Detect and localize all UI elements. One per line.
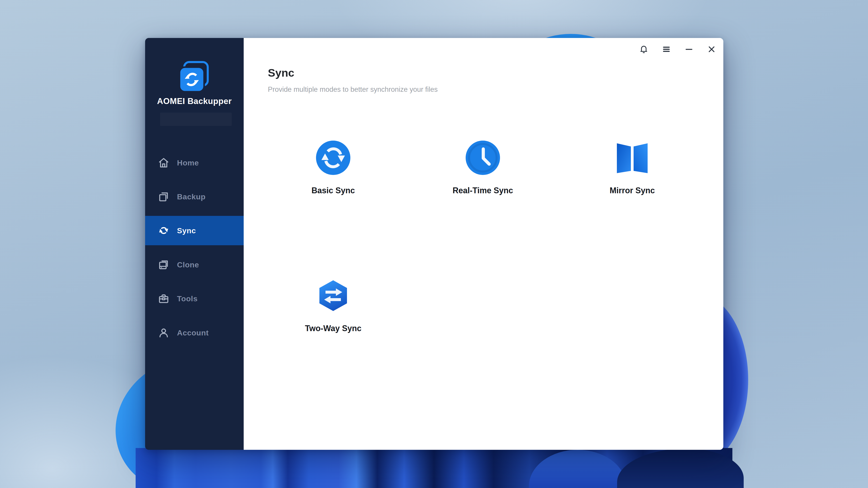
menu-icon[interactable] — [661, 44, 671, 54]
main-content: Sync Provide multiple modes to better sy… — [244, 38, 723, 450]
app-window: AOMEI Backupper Home — [145, 38, 723, 450]
sidebar-item-backup[interactable]: Backup — [145, 182, 244, 211]
sidebar-item-label: Backup — [177, 192, 206, 201]
sidebar-item-tools[interactable]: Tools — [145, 284, 244, 313]
titlebar-controls — [639, 44, 717, 54]
sidebar: AOMEI Backupper Home — [145, 38, 244, 450]
minimize-icon[interactable] — [684, 44, 694, 54]
aomei-sync-logo-icon — [179, 61, 209, 93]
sidebar-item-account[interactable]: Account — [145, 318, 244, 347]
notification-bell-icon[interactable] — [639, 44, 649, 54]
sync-icon — [158, 225, 169, 237]
sidebar-banner-placeholder — [160, 113, 232, 126]
mode-label: Real-Time Sync — [431, 186, 535, 195]
sidebar-item-label: Tools — [177, 294, 197, 303]
sidebar-item-label: Account — [177, 328, 209, 337]
backup-icon — [158, 191, 169, 203]
home-icon — [158, 157, 169, 169]
mode-label: Basic Sync — [281, 186, 385, 195]
sidebar-item-clone[interactable]: Clone — [145, 250, 244, 279]
sidebar-item-sync[interactable]: Sync — [145, 216, 244, 245]
mode-label: Two-Way Sync — [281, 324, 385, 333]
mode-twoway-sync[interactable]: Two-Way Sync — [281, 278, 385, 333]
page-subtitle: Provide multiple modes to better synchro… — [268, 86, 438, 94]
realtime-sync-icon — [466, 141, 500, 175]
mode-basic-sync[interactable]: Basic Sync — [281, 141, 385, 195]
clone-icon — [158, 259, 169, 271]
sidebar-item-home[interactable]: Home — [145, 148, 244, 177]
mode-mirror-sync[interactable]: Mirror Sync — [580, 141, 684, 195]
mode-label: Mirror Sync — [580, 186, 684, 195]
tools-icon — [158, 293, 169, 304]
mirror-sync-icon — [615, 141, 649, 175]
basic-sync-icon — [316, 141, 350, 175]
twoway-sync-icon — [316, 278, 350, 313]
account-icon — [158, 327, 169, 339]
page-title: Sync — [268, 66, 294, 79]
sidebar-item-label: Clone — [177, 261, 199, 269]
brand-name: AOMEI Backupper — [145, 96, 244, 107]
sidebar-item-label: Home — [177, 158, 199, 167]
sidebar-item-label: Sync — [177, 226, 196, 235]
mode-realtime-sync[interactable]: Real-Time Sync — [431, 141, 535, 195]
close-icon[interactable] — [707, 44, 717, 54]
